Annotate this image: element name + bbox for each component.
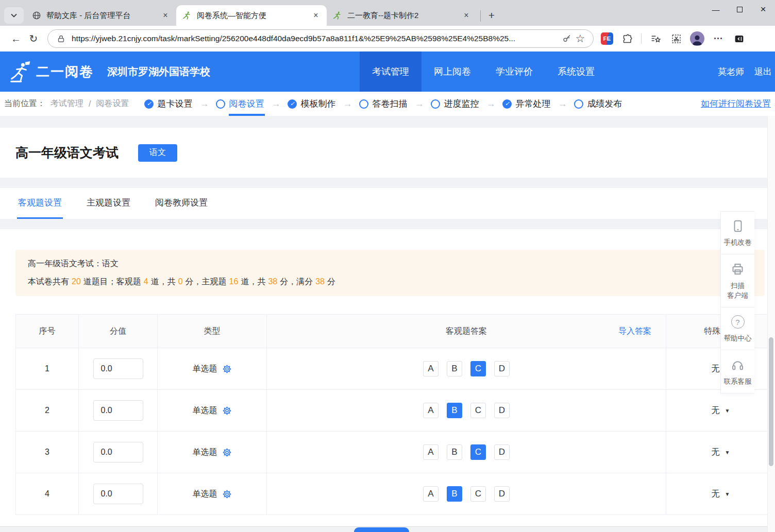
answer-options: ABCD bbox=[423, 403, 510, 418]
utility-side-panel: 手机改卷 扫描客户端 ? 帮助中心 联系客服 bbox=[720, 211, 754, 393]
gear-icon[interactable] bbox=[222, 489, 232, 499]
score-input[interactable] bbox=[93, 442, 143, 462]
step-answer-scan[interactable]: ✓ 答卷扫描 bbox=[359, 98, 407, 110]
gear-icon[interactable] bbox=[222, 406, 232, 416]
new-tab-button[interactable]: + bbox=[484, 8, 499, 23]
profile-avatar[interactable] bbox=[690, 31, 704, 46]
answer-option[interactable]: A bbox=[423, 444, 439, 460]
step-circle-icon: ✓ bbox=[216, 99, 225, 109]
import-answers-link[interactable]: 导入答案 bbox=[618, 326, 651, 337]
breadcrumb-section[interactable]: 考试管理 bbox=[50, 98, 83, 109]
breadcrumb-separator: / bbox=[89, 99, 91, 109]
step-arrow-icon: → bbox=[271, 98, 280, 109]
nav-item-online-marking[interactable]: 网上阅卷 bbox=[422, 52, 483, 92]
url-field[interactable]: https://yjweb.21cnjy.com/task/markSettin… bbox=[47, 29, 594, 48]
url-text: https://yjweb.21cnjy.com/task/markSettin… bbox=[72, 34, 560, 43]
gear-icon[interactable] bbox=[222, 364, 232, 374]
answer-option[interactable]: B bbox=[447, 403, 462, 418]
nav-item-exam-management[interactable]: 考试管理 bbox=[360, 52, 422, 92]
question-number: 1 bbox=[16, 348, 79, 389]
fe-extension-icon[interactable]: FE bbox=[601, 32, 613, 45]
close-tab-icon[interactable]: × bbox=[310, 10, 322, 21]
step-template-making[interactable]: ✓ 模板制作 bbox=[288, 98, 335, 110]
scrollbar-thumb[interactable] bbox=[769, 337, 773, 466]
contact-support-button[interactable]: 联系客服 bbox=[721, 350, 754, 393]
col-header-type: 类型 bbox=[158, 315, 267, 348]
tab-objective-settings[interactable]: 客观题设置 bbox=[17, 188, 63, 219]
step-progress-monitor[interactable]: ✓ 进度监控 bbox=[431, 98, 479, 110]
password-key-icon[interactable] bbox=[560, 32, 574, 45]
page-title: 高一年级语文考试 bbox=[15, 144, 119, 161]
answer-option[interactable]: B bbox=[447, 486, 462, 502]
runner-favicon-icon bbox=[333, 11, 342, 20]
summary-line1: 高一年级语文考试：语文 bbox=[28, 259, 752, 269]
toolbar-divider bbox=[641, 33, 642, 44]
sidebar-toggle-icon[interactable] bbox=[732, 32, 746, 45]
close-tab-icon[interactable]: × bbox=[461, 10, 472, 21]
headset-icon bbox=[731, 358, 745, 372]
special-rule-dropdown[interactable]: 无▼ bbox=[712, 405, 730, 416]
nav-item-academic-evaluation[interactable]: 学业评价 bbox=[483, 52, 545, 92]
answer-option[interactable]: D bbox=[494, 444, 510, 460]
special-rule-dropdown[interactable]: 无▼ bbox=[712, 489, 730, 500]
nav-item-system-settings[interactable]: 系统设置 bbox=[545, 52, 607, 92]
col-header-no: 序号 bbox=[16, 315, 79, 348]
logout-button[interactable]: 退出 bbox=[754, 66, 772, 78]
close-tab-icon[interactable]: × bbox=[160, 10, 171, 21]
minimize-button[interactable]: — bbox=[704, 0, 728, 19]
answer-option[interactable]: D bbox=[494, 403, 510, 418]
answer-option[interactable]: D bbox=[494, 486, 510, 502]
browser-tab-card-maker[interactable]: 二一教育--题卡制作2 × bbox=[327, 5, 477, 26]
answer-option[interactable]: A bbox=[423, 403, 439, 418]
answer-option[interactable]: C bbox=[470, 361, 486, 376]
step-card-setup[interactable]: ✓ 题卡设置 bbox=[144, 98, 192, 110]
back-button[interactable]: ← bbox=[7, 30, 25, 47]
app-logo[interactable]: 二一阅卷 bbox=[9, 61, 94, 82]
question-icon: ? bbox=[731, 315, 745, 329]
col-header-answers: 客观题答案 导入答案 bbox=[267, 315, 666, 348]
answer-option[interactable]: B bbox=[447, 361, 462, 376]
help-center-button[interactable]: ? 帮助中心 bbox=[721, 307, 754, 350]
score-input[interactable] bbox=[93, 484, 143, 504]
answer-option[interactable]: B bbox=[447, 444, 462, 460]
answer-option[interactable]: D bbox=[494, 361, 510, 376]
tab-subjective-settings[interactable]: 主观题设置 bbox=[86, 188, 131, 219]
collections-icon[interactable] bbox=[649, 32, 662, 45]
user-name[interactable]: 莫老师 bbox=[718, 66, 744, 78]
scan-client-button[interactable]: 扫描客户端 bbox=[721, 254, 754, 307]
tab-teacher-settings[interactable]: 阅卷教师设置 bbox=[154, 188, 209, 219]
how-to-setup-link[interactable]: 如何进行阅卷设置 bbox=[701, 98, 771, 110]
divider-band bbox=[0, 219, 775, 229]
special-rule-dropdown[interactable]: 无▼ bbox=[712, 447, 730, 458]
favorite-star-icon[interactable]: ☆ bbox=[574, 32, 587, 45]
answer-option[interactable]: C bbox=[470, 444, 486, 460]
tab-search-button[interactable] bbox=[4, 7, 24, 24]
more-options-icon[interactable]: ··· bbox=[712, 32, 725, 45]
refresh-button[interactable]: ↻ bbox=[25, 30, 42, 47]
save-button-partial[interactable] bbox=[354, 527, 409, 532]
total-question-count: 20 bbox=[72, 277, 81, 286]
mobile-marking-button[interactable]: 手机改卷 bbox=[721, 212, 754, 254]
score-input[interactable] bbox=[93, 400, 143, 421]
maximize-button[interactable] bbox=[728, 0, 751, 19]
subject-badge[interactable]: 语文 bbox=[138, 144, 177, 162]
exam-summary-box: 高一年级语文考试：语文 本试卷共有20道题目；客观题4道，共0分，主观题16道，… bbox=[15, 250, 765, 296]
summary-line2: 本试卷共有20道题目；客观题4道，共0分，主观题16道，共38分，满分38分 bbox=[28, 277, 752, 287]
step-marking-setup[interactable]: ✓ 阅卷设置 bbox=[216, 98, 264, 110]
gear-icon[interactable] bbox=[222, 448, 232, 457]
score-input[interactable] bbox=[93, 358, 143, 379]
page-scrollbar[interactable] bbox=[767, 116, 775, 532]
extensions-puzzle-icon[interactable] bbox=[620, 32, 634, 45]
step-exception-handling[interactable]: ✓ 异常处理 bbox=[502, 98, 550, 110]
answer-option[interactable]: A bbox=[423, 361, 439, 376]
answer-option[interactable]: C bbox=[470, 403, 486, 418]
col-header-score: 分值 bbox=[79, 315, 158, 348]
answer-option[interactable]: C bbox=[470, 486, 486, 502]
close-window-button[interactable]: × bbox=[751, 0, 775, 19]
browser-tab-help-library[interactable]: 帮助文库 - 后台管理平台 × bbox=[26, 5, 176, 26]
browser-tab-marking-system[interactable]: 阅卷系统—智能方便 × bbox=[176, 5, 327, 26]
answer-option[interactable]: A bbox=[423, 486, 439, 502]
screenshot-icon[interactable] bbox=[669, 32, 683, 45]
step-score-release[interactable]: ✓ 成绩发布 bbox=[574, 98, 622, 110]
chevron-down-icon bbox=[10, 12, 18, 19]
